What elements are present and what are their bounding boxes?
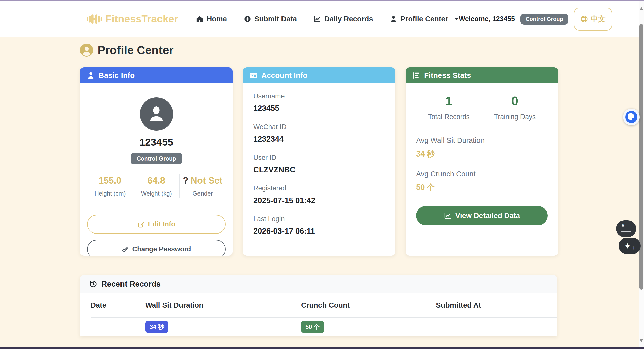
- navbar-right: Welcome, 123455 Control Group 中文: [459, 8, 612, 31]
- quote-line: [621, 231, 631, 232]
- person-icon: [146, 103, 167, 125]
- nav-item-home[interactable]: Home: [196, 15, 227, 23]
- group-badge: Control Group: [131, 153, 182, 164]
- person-icon: [390, 15, 397, 23]
- field-label: Last Login: [253, 215, 385, 223]
- section-title: Recent Records: [101, 280, 161, 289]
- fitness-stats-card: Fitness Stats 1 Total Records 0 Training…: [406, 67, 558, 256]
- nav-label: Home: [207, 15, 227, 23]
- stat-label: Height (cm): [87, 190, 133, 197]
- card-title: Basic Info: [99, 71, 135, 80]
- account-info-card: Account Info Username 123455 WeChat ID 1…: [243, 67, 395, 256]
- key-icon: [122, 246, 129, 253]
- account-info-header: Account Info: [243, 67, 395, 83]
- divider: [88, 208, 225, 208]
- page-content: Profile Center Basic Info: [0, 37, 639, 336]
- stat-height: 155.0 Height (cm): [87, 174, 133, 198]
- cell-crunch: 50 个: [301, 321, 436, 333]
- field-label: Registered: [253, 184, 385, 192]
- button-label: Edit Info: [148, 220, 175, 228]
- chart-line-icon: [313, 15, 321, 23]
- basic-info-body: 123455 Control Group 155.0 Height (cm) 6…: [80, 97, 233, 256]
- field-label: User ID: [253, 154, 385, 162]
- column-header-date: Date: [91, 301, 145, 309]
- person-circle-icon: [80, 44, 93, 57]
- stat-weight: 64.8 Weight (kg): [133, 174, 179, 198]
- globe-icon: [580, 15, 588, 23]
- stat-label: Weight (kg): [133, 190, 179, 197]
- group-badge: Control Group: [520, 14, 568, 25]
- recent-records-card: Recent Records Date Wall Sit Duration Cr…: [80, 275, 557, 336]
- scrollbar-up-arrow[interactable]: [639, 7, 643, 10]
- nav-item-daily-records[interactable]: Daily Records: [313, 15, 373, 23]
- scrollbar-down-arrow[interactable]: [639, 339, 643, 342]
- metric-label-crunch: Avg Crunch Count: [416, 170, 548, 178]
- window-bottom-edge: [0, 347, 644, 349]
- home-icon: [196, 15, 204, 23]
- vertical-scrollbar[interactable]: [639, 1, 644, 347]
- pencil-square-icon: [138, 221, 145, 228]
- recent-records-header: Recent Records: [80, 275, 557, 293]
- person-icon: [87, 71, 95, 80]
- ai-sparkles-button[interactable]: ✦ ✧: [619, 238, 641, 254]
- metric-value-wall-sit: 34 秒: [416, 149, 548, 159]
- counter-label: Total Records: [416, 113, 482, 121]
- quote-icon: ❝ ≡: [622, 225, 631, 229]
- fitness-stats-header: Fitness Stats: [406, 67, 558, 83]
- field-label: WeChat ID: [253, 123, 385, 131]
- info-cards-row: Basic Info 123455 Control Group 155.0: [80, 67, 639, 256]
- quote-line: [621, 230, 631, 230]
- change-password-button[interactable]: Change Password: [87, 240, 226, 256]
- sparkle-icon: ✧: [632, 246, 635, 250]
- plus-circle-icon: [244, 15, 251, 23]
- metric-label-wall-sit: Avg Wall Sit Duration: [416, 136, 548, 145]
- field-value: 2025-07-15 01:42: [253, 196, 385, 205]
- avatar: [140, 97, 173, 131]
- language-label: 中文: [591, 14, 606, 24]
- stat-value: 155.0: [87, 175, 133, 186]
- metric-value-crunch: 50 个: [416, 182, 548, 193]
- column-header-wall-sit: Wall Sit Duration: [145, 301, 301, 309]
- recent-records-table: Date Wall Sit Duration Crunch Count Subm…: [80, 293, 557, 336]
- counter-label: Training Days: [482, 113, 548, 121]
- field-username: Username 123455: [253, 92, 385, 113]
- counters-row: 1 Total Records 0 Training Days: [416, 90, 548, 126]
- card-title: Account Info: [261, 71, 307, 80]
- crunch-badge: 50 个: [301, 321, 324, 333]
- browser-viewport: FitnessTracker Home Submit Data: [0, 1, 639, 349]
- language-toggle-button[interactable]: 中文: [574, 8, 612, 31]
- scrollbar-thumb[interactable]: [639, 24, 643, 290]
- nav-item-submit-data[interactable]: Submit Data: [244, 15, 297, 23]
- field-value: 123455: [253, 104, 385, 113]
- nav-links: Home Submit Data Daily Records: [196, 15, 459, 23]
- bar-chart-icon: [412, 71, 420, 80]
- extension-assistant-icon[interactable]: [623, 109, 640, 125]
- edit-info-button[interactable]: Edit Info: [87, 215, 226, 234]
- basic-info-header: Basic Info: [80, 67, 233, 83]
- stat-value: 64.8: [133, 175, 179, 186]
- account-info-body: Username 123455 WeChat ID 1232344 User I…: [243, 83, 395, 236]
- basic-stats-row: 155.0 Height (cm) 64.8 Weight (kg) ?Not …: [87, 174, 226, 198]
- field-value: 2026-03-17 06:11: [253, 227, 385, 236]
- field-registered: Registered 2025-07-15 01:42: [253, 184, 385, 205]
- counter-value: 1: [416, 94, 482, 108]
- history-icon: [89, 280, 97, 288]
- chevron-down-icon: [454, 18, 459, 20]
- page-title: Profile Center: [98, 43, 174, 57]
- card-title: Fitness Stats: [424, 71, 471, 80]
- sparkle-icon: ✦: [624, 242, 631, 250]
- stat-value: ?Not Set: [180, 175, 226, 186]
- nav-item-profile-center[interactable]: Profile Center: [390, 15, 459, 23]
- citation-tool-button[interactable]: ❝ ≡: [616, 220, 636, 237]
- chart-line-icon: [444, 212, 451, 219]
- nav-label: Submit Data: [254, 15, 297, 23]
- navbar: FitnessTracker Home Submit Data: [0, 1, 639, 37]
- cell-wall-sit: 34 秒: [145, 321, 301, 333]
- brand-logo[interactable]: FitnessTracker: [87, 13, 178, 25]
- brand-name: FitnessTracker: [105, 13, 178, 25]
- button-label: View Detailed Data: [455, 212, 520, 220]
- field-user-id: User ID CLZVZNBC: [253, 154, 385, 174]
- view-detailed-data-button[interactable]: View Detailed Data: [416, 206, 548, 225]
- page-title-row: Profile Center: [80, 43, 639, 57]
- dumbbell-icon: [87, 13, 102, 25]
